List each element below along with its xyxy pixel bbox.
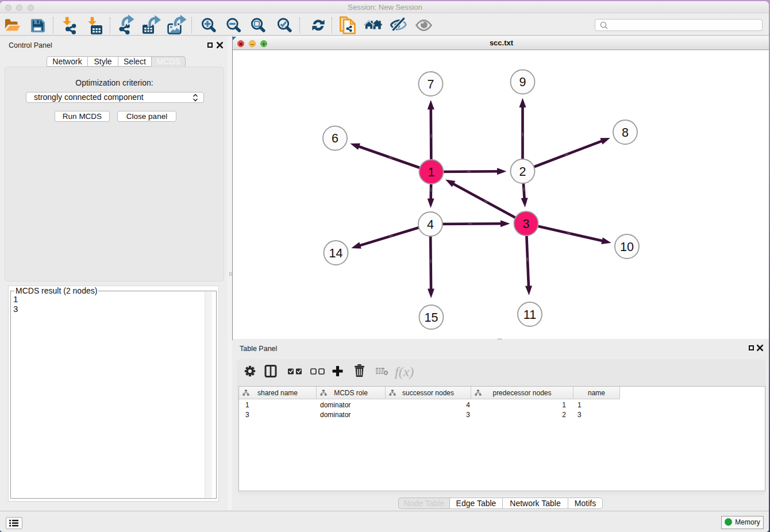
svg-text:8: 8 bbox=[622, 126, 629, 140]
svg-text:2: 2 bbox=[519, 165, 526, 179]
svg-text:6: 6 bbox=[332, 132, 338, 145]
svg-text:3: 3 bbox=[523, 217, 530, 231]
svg-text:11: 11 bbox=[523, 308, 536, 322]
svg-text:4: 4 bbox=[427, 218, 434, 232]
svg-text:9: 9 bbox=[519, 75, 526, 89]
svg-text:15: 15 bbox=[425, 311, 438, 325]
svg-text:14: 14 bbox=[329, 246, 343, 260]
svg-text:10: 10 bbox=[620, 240, 634, 254]
svg-text:7: 7 bbox=[428, 78, 434, 91]
svg-text:f(x): f(x) bbox=[395, 364, 414, 379]
svg-text:1: 1 bbox=[428, 165, 435, 179]
